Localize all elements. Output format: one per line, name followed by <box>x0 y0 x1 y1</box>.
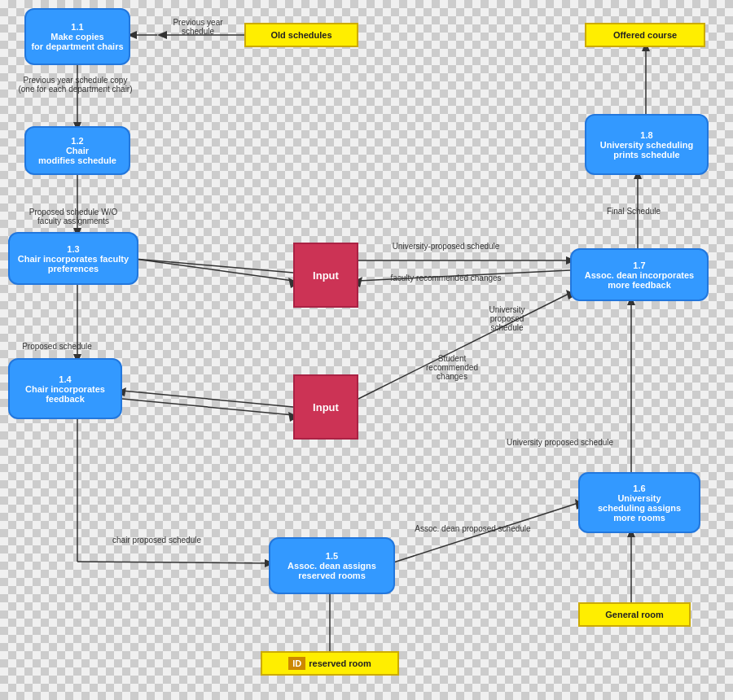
label-university-proposed-1: University-proposed schedule <box>371 242 521 251</box>
process-1-3: 1.3 Chair incorporates facultypreference… <box>8 232 138 285</box>
process-label-1-8: University schedulingprints schedule <box>600 140 693 160</box>
process-id-1-6: 1.6 <box>633 483 645 493</box>
label-prev-year-copy: Previous year schedule copy(one for each… <box>4 76 147 94</box>
label-proposed-wo-faculty: Proposed schedule W/Ofaculty assignments <box>4 208 143 225</box>
process-1-5: 1.5 Assoc. dean assignsreserved rooms <box>269 537 395 594</box>
svg-line-23 <box>77 562 269 563</box>
process-id-1-5: 1.5 <box>326 551 338 561</box>
datastore-id-reserved: ID <box>288 657 305 670</box>
process-label-1-3: Chair incorporates facultypreferences <box>18 254 129 273</box>
process-label-1-5: Assoc. dean assignsreserved rooms <box>287 561 376 580</box>
process-1-4: 1.4 Chair incorporatesfeedback <box>8 358 122 419</box>
input-box-2: Input <box>293 374 358 440</box>
process-1-2: 1.2 Chairmodifies schedule <box>24 126 130 175</box>
datastore-label-old-schedules: Old schedules <box>270 30 331 40</box>
input-label-2: Input <box>313 401 339 413</box>
process-id-1-2: 1.2 <box>71 136 83 146</box>
label-university-proposed-3: University proposed schedule <box>489 438 631 447</box>
datastore-old-schedules: Old schedules <box>244 23 358 47</box>
label-university-proposed-2: Universityproposedschedule <box>460 305 554 332</box>
process-label-1-1: Make copiesfor department chairs <box>31 32 123 51</box>
datastore-reserved-room: ID reserved room <box>261 651 399 676</box>
process-label-1-6: Universityscheduling assignsmore rooms <box>598 493 681 523</box>
process-1-1: 1.1 Make copiesfor department chairs <box>24 8 130 65</box>
process-id-1-8: 1.8 <box>640 130 652 140</box>
label-final-schedule: Final Schedule <box>585 207 683 216</box>
label-student-recommended: Studentrecommendedchanges <box>403 354 501 381</box>
process-id-1-4: 1.4 <box>59 374 71 384</box>
label-chair-proposed: chair proposed schedule <box>90 536 224 545</box>
svg-line-25 <box>391 503 578 563</box>
svg-line-10 <box>134 259 293 281</box>
process-1-8: 1.8 University schedulingprints schedule <box>585 114 709 175</box>
svg-line-20 <box>122 391 293 407</box>
input-box-1: Input <box>293 243 358 308</box>
datastore-offered-course: Offered course <box>585 23 705 47</box>
datastore-label-offered-course: Offered course <box>613 30 677 40</box>
process-label-1-4: Chair incorporatesfeedback <box>25 384 105 404</box>
svg-line-18 <box>122 399 293 415</box>
label-proposed-schedule: Proposed schedule <box>4 342 110 351</box>
process-id-1-3: 1.3 <box>67 244 79 254</box>
datastore-label-reserved-room: reserved room <box>309 658 371 668</box>
datastore-label-general-room: General room <box>605 610 664 619</box>
process-label-1-7: Assoc. dean incorporatesmore feedback <box>585 270 695 290</box>
process-id-1-7: 1.7 <box>633 260 645 270</box>
svg-line-12 <box>134 259 293 273</box>
process-id-1-1: 1.1 <box>71 22 83 32</box>
label-assoc-dean-proposed: Assoc. dean proposed schedule <box>397 524 548 533</box>
process-1-7: 1.7 Assoc. dean incorporatesmore feedbac… <box>570 248 709 301</box>
process-label-1-2: Chairmodifies schedule <box>38 146 116 165</box>
process-1-6: 1.6 Universityscheduling assignsmore roo… <box>578 472 700 533</box>
datastore-general-room: General room <box>578 602 691 627</box>
input-label-1: Input <box>313 269 339 282</box>
label-faculty-recommended: faculty recommended changes <box>371 273 521 282</box>
label-prev-year-schedule: Previous yearschedule <box>153 18 243 36</box>
